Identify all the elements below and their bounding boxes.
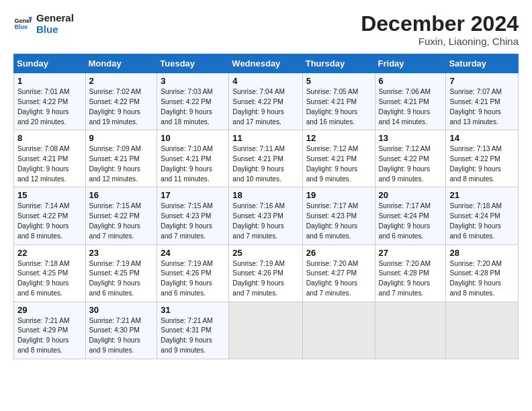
day-detail: Sunrise: 7:12 AMSunset: 4:22 PMDaylight:… [379, 144, 443, 184]
day-detail: Sunrise: 7:13 AMSunset: 4:22 PMDaylight:… [449, 144, 515, 184]
calendar-week-4: 22Sunrise: 7:18 AMSunset: 4:25 PMDayligh… [14, 244, 519, 302]
day-number: 2 [89, 76, 154, 86]
title-block: December 2024 Fuxin, Liaoning, China [361, 12, 519, 47]
calendar-cell: 22Sunrise: 7:18 AMSunset: 4:25 PMDayligh… [14, 244, 86, 302]
day-number: 13 [379, 133, 443, 143]
col-header-friday: Friday [375, 54, 446, 73]
calendar-cell [446, 302, 519, 359]
day-number: 26 [306, 248, 371, 258]
calendar-cell: 17Sunrise: 7:15 AMSunset: 4:23 PMDayligh… [157, 187, 229, 244]
day-detail: Sunrise: 7:05 AMSunset: 4:21 PMDaylight:… [306, 87, 371, 127]
calendar-header-row: SundayMondayTuesdayWednesdayThursdayFrid… [14, 54, 519, 73]
calendar-cell: 4Sunrise: 7:04 AMSunset: 4:22 PMDaylight… [229, 73, 302, 130]
day-detail: Sunrise: 7:11 AMSunset: 4:21 PMDaylight:… [232, 144, 298, 184]
calendar-title: December 2024 [361, 12, 519, 36]
calendar-cell: 25Sunrise: 7:19 AMSunset: 4:26 PMDayligh… [229, 244, 302, 302]
day-detail: Sunrise: 7:20 AMSunset: 4:27 PMDaylight:… [306, 259, 371, 299]
calendar-cell: 14Sunrise: 7:13 AMSunset: 4:22 PMDayligh… [446, 130, 519, 187]
day-detail: Sunrise: 7:20 AMSunset: 4:28 PMDaylight:… [449, 259, 515, 299]
day-detail: Sunrise: 7:18 AMSunset: 4:25 PMDaylight:… [17, 259, 82, 299]
col-header-tuesday: Tuesday [157, 54, 229, 73]
calendar-week-3: 15Sunrise: 7:14 AMSunset: 4:22 PMDayligh… [14, 187, 519, 244]
calendar-cell: 26Sunrise: 7:20 AMSunset: 4:27 PMDayligh… [302, 244, 375, 302]
day-number: 15 [17, 190, 82, 200]
day-detail: Sunrise: 7:19 AMSunset: 4:26 PMDaylight:… [232, 259, 298, 299]
calendar-week-1: 1Sunrise: 7:01 AMSunset: 4:22 PMDaylight… [14, 73, 519, 130]
day-number: 31 [161, 305, 225, 315]
day-detail: Sunrise: 7:18 AMSunset: 4:24 PMDaylight:… [449, 201, 515, 241]
header: General Blue General Blue December 2024 … [13, 12, 519, 47]
day-detail: Sunrise: 7:15 AMSunset: 4:22 PMDaylight:… [89, 201, 154, 241]
calendar-cell: 31Sunrise: 7:21 AMSunset: 4:31 PMDayligh… [157, 302, 229, 359]
col-header-sunday: Sunday [14, 54, 86, 73]
day-number: 29 [17, 305, 82, 315]
calendar-cell: 9Sunrise: 7:09 AMSunset: 4:21 PMDaylight… [85, 130, 157, 187]
day-detail: Sunrise: 7:17 AMSunset: 4:24 PMDaylight:… [379, 201, 443, 241]
day-number: 12 [306, 133, 371, 143]
calendar-cell: 10Sunrise: 7:10 AMSunset: 4:21 PMDayligh… [157, 130, 229, 187]
day-number: 25 [232, 248, 298, 258]
day-number: 11 [232, 133, 298, 143]
calendar-cell: 30Sunrise: 7:21 AMSunset: 4:30 PMDayligh… [85, 302, 157, 359]
day-detail: Sunrise: 7:09 AMSunset: 4:21 PMDaylight:… [89, 144, 154, 184]
calendar-cell: 15Sunrise: 7:14 AMSunset: 4:22 PMDayligh… [14, 187, 86, 244]
day-number: 19 [306, 190, 371, 200]
calendar-cell: 3Sunrise: 7:03 AMSunset: 4:22 PMDaylight… [157, 73, 229, 130]
calendar-cell: 29Sunrise: 7:21 AMSunset: 4:29 PMDayligh… [14, 302, 86, 359]
calendar-cell: 16Sunrise: 7:15 AMSunset: 4:22 PMDayligh… [85, 187, 157, 244]
calendar-week-2: 8Sunrise: 7:08 AMSunset: 4:21 PMDaylight… [14, 130, 519, 187]
calendar-cell: 13Sunrise: 7:12 AMSunset: 4:22 PMDayligh… [375, 130, 446, 187]
day-number: 1 [17, 76, 82, 86]
day-number: 17 [161, 190, 225, 200]
day-detail: Sunrise: 7:01 AMSunset: 4:22 PMDaylight:… [17, 87, 82, 127]
day-detail: Sunrise: 7:17 AMSunset: 4:23 PMDaylight:… [306, 201, 371, 241]
day-number: 27 [379, 248, 443, 258]
col-header-saturday: Saturday [446, 54, 519, 73]
day-number: 30 [89, 305, 154, 315]
calendar-cell: 12Sunrise: 7:12 AMSunset: 4:21 PMDayligh… [302, 130, 375, 187]
day-number: 22 [17, 248, 82, 258]
calendar-cell: 11Sunrise: 7:11 AMSunset: 4:21 PMDayligh… [229, 130, 302, 187]
day-number: 24 [161, 248, 225, 258]
calendar-cell: 18Sunrise: 7:16 AMSunset: 4:23 PMDayligh… [229, 187, 302, 244]
calendar-subtitle: Fuxin, Liaoning, China [361, 36, 519, 47]
logo: General Blue General Blue [13, 12, 74, 36]
day-number: 18 [232, 190, 298, 200]
day-number: 21 [449, 190, 515, 200]
day-detail: Sunrise: 7:21 AMSunset: 4:29 PMDaylight:… [17, 316, 82, 356]
calendar-cell [302, 302, 375, 359]
day-detail: Sunrise: 7:20 AMSunset: 4:28 PMDaylight:… [379, 259, 443, 299]
day-number: 10 [161, 133, 225, 143]
day-number: 23 [89, 248, 154, 258]
day-detail: Sunrise: 7:16 AMSunset: 4:23 PMDaylight:… [232, 201, 298, 241]
day-detail: Sunrise: 7:14 AMSunset: 4:22 PMDaylight:… [17, 201, 82, 241]
col-header-monday: Monday [85, 54, 157, 73]
calendar-cell: 24Sunrise: 7:19 AMSunset: 4:26 PMDayligh… [157, 244, 229, 302]
day-detail: Sunrise: 7:21 AMSunset: 4:30 PMDaylight:… [89, 316, 154, 356]
calendar-cell: 2Sunrise: 7:02 AMSunset: 4:22 PMDaylight… [85, 73, 157, 130]
logo-text: General Blue [36, 12, 74, 36]
day-detail: Sunrise: 7:19 AMSunset: 4:25 PMDaylight:… [89, 259, 154, 299]
day-number: 28 [449, 248, 515, 258]
day-detail: Sunrise: 7:15 AMSunset: 4:23 PMDaylight:… [161, 201, 225, 241]
calendar-cell: 20Sunrise: 7:17 AMSunset: 4:24 PMDayligh… [375, 187, 446, 244]
calendar-cell: 27Sunrise: 7:20 AMSunset: 4:28 PMDayligh… [375, 244, 446, 302]
col-header-thursday: Thursday [302, 54, 375, 73]
calendar-cell: 1Sunrise: 7:01 AMSunset: 4:22 PMDaylight… [14, 73, 86, 130]
day-detail: Sunrise: 7:03 AMSunset: 4:22 PMDaylight:… [161, 87, 225, 127]
day-detail: Sunrise: 7:10 AMSunset: 4:21 PMDaylight:… [161, 144, 225, 184]
day-number: 8 [17, 133, 82, 143]
calendar-cell: 6Sunrise: 7:06 AMSunset: 4:21 PMDaylight… [375, 73, 446, 130]
day-detail: Sunrise: 7:04 AMSunset: 4:22 PMDaylight:… [232, 87, 298, 127]
day-detail: Sunrise: 7:08 AMSunset: 4:21 PMDaylight:… [17, 144, 82, 184]
calendar-cell: 5Sunrise: 7:05 AMSunset: 4:21 PMDaylight… [302, 73, 375, 130]
day-detail: Sunrise: 7:12 AMSunset: 4:21 PMDaylight:… [306, 144, 371, 184]
day-number: 5 [306, 76, 371, 86]
day-number: 9 [89, 133, 154, 143]
day-number: 4 [232, 76, 298, 86]
calendar-cell: 19Sunrise: 7:17 AMSunset: 4:23 PMDayligh… [302, 187, 375, 244]
day-number: 16 [89, 190, 154, 200]
svg-text:Blue: Blue [14, 24, 28, 31]
calendar-cell: 21Sunrise: 7:18 AMSunset: 4:24 PMDayligh… [446, 187, 519, 244]
day-detail: Sunrise: 7:19 AMSunset: 4:26 PMDaylight:… [161, 259, 225, 299]
